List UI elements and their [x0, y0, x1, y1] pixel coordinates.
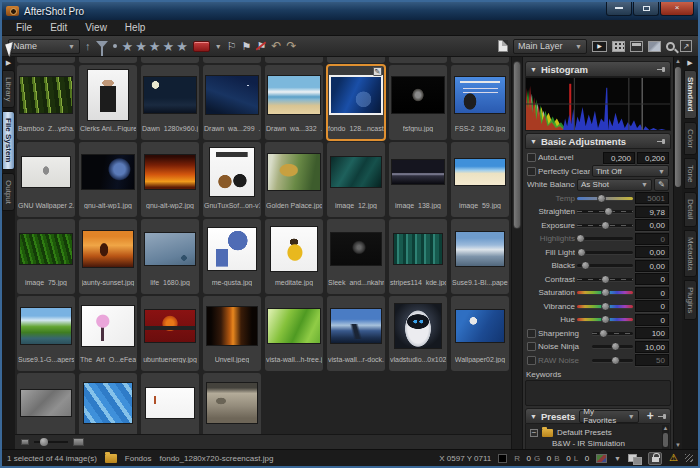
thumbnail-image[interactable]: [207, 383, 257, 423]
vibrance-slider[interactable]: [577, 305, 633, 308]
straighten-value[interactable]: 9,78: [635, 206, 669, 218]
exposure-slider[interactable]: [577, 224, 633, 227]
thumbnail-cell[interactable]: vista-wall...r-dock.jpg: [327, 296, 385, 371]
thumbnail-cell[interactable]: FSS-2_1280.jpg: [451, 65, 509, 140]
thumbnail-cell[interactable]: [203, 373, 261, 434]
large-thumbnail-icon[interactable]: [73, 438, 84, 446]
grid-scrollbar-thumb[interactable]: [513, 61, 521, 229]
view-preview-icon[interactable]: [648, 41, 661, 52]
thumbnail-cell[interactable]: me-gusta.jpg: [203, 219, 261, 294]
thumbnail-cell[interactable]: Suse9.1-G...apers.jpg: [17, 296, 75, 371]
slider-thumb[interactable]: [601, 315, 610, 324]
sharpening-slider[interactable]: [592, 332, 633, 335]
preset-folder-row[interactable]: − Default Presets: [530, 427, 668, 438]
thumbnail-cell[interactable]: Bamboo_Z...ysha.jpg: [17, 65, 75, 140]
close-button[interactable]: ×: [660, 2, 694, 16]
thumbnail-image[interactable]: [392, 77, 444, 113]
thumbnail-cell[interactable]: GNU Wallpaper 2.jpg: [17, 142, 75, 217]
basic-adjustments-header[interactable]: ▼ Basic Adjustments: [525, 133, 671, 149]
star-icon[interactable]: ★: [176, 39, 188, 54]
view-combo-icon[interactable]: [630, 41, 643, 52]
resize-grip[interactable]: [685, 454, 693, 462]
thumbnail-cell[interactable]: Unveil.jpeg: [203, 296, 261, 371]
menu-file[interactable]: File: [8, 22, 40, 33]
presets-filter-select[interactable]: My Favorites ▼: [579, 410, 638, 423]
clear-rating-icon[interactable]: [113, 44, 117, 48]
slider-thumb[interactable]: [581, 261, 590, 270]
thumbnail-image[interactable]: [88, 70, 128, 120]
menu-edit[interactable]: Edit: [42, 22, 75, 33]
exposure-value[interactable]: 0,00: [635, 219, 669, 231]
raw-noise-checkbox[interactable]: [527, 356, 536, 365]
fill-light-slider[interactable]: [577, 251, 633, 254]
hue-value[interactable]: 0: [635, 314, 669, 326]
star-icon[interactable]: ★: [162, 39, 174, 54]
view-thumbnails-icon[interactable]: [612, 41, 625, 52]
blacks-value[interactable]: 0,00: [635, 260, 669, 272]
straighten-slider[interactable]: [577, 210, 633, 213]
scroll-up-icon[interactable]: ▲: [662, 425, 669, 432]
thumbnail-image[interactable]: [144, 77, 196, 113]
thumbnail-image[interactable]: [394, 234, 442, 264]
slider-thumb[interactable]: [601, 288, 610, 297]
dual-monitor-icon[interactable]: [628, 454, 641, 463]
tab-library[interactable]: Library: [2, 70, 15, 108]
thumbnail-image[interactable]: [22, 157, 70, 187]
star-rating[interactable]: ★★★★★: [122, 39, 188, 54]
sharpening-value[interactable]: 100: [635, 327, 669, 339]
tab-metadata[interactable]: Metadata: [684, 230, 697, 277]
thumbnail-cell[interactable]: [79, 373, 137, 434]
thumbnail-image[interactable]: [331, 309, 381, 343]
slider-thumb[interactable]: [604, 207, 613, 216]
color-label-swatch[interactable]: [193, 41, 210, 52]
thumbnail-cell[interactable]: [17, 373, 75, 434]
keywords-input[interactable]: [525, 380, 671, 406]
highlights-slider[interactable]: [577, 237, 633, 240]
thumbnail-cell[interactable]: ubuntuenergy.jpg: [141, 296, 199, 371]
histogram-header[interactable]: ▼ Histogram: [525, 61, 671, 77]
thumbnail-size-slider-thumb[interactable]: [40, 438, 48, 446]
rotate-right-icon[interactable]: ↷: [286, 39, 296, 54]
tab-file-system[interactable]: File System: [2, 111, 15, 169]
noise-ninja-checkbox[interactable]: [527, 342, 536, 351]
collapse-arrow-icon[interactable]: ▼: [530, 138, 537, 145]
warning-icon[interactable]: ⚠: [669, 451, 678, 465]
presets-header[interactable]: ▼ Presets My Favorites ▼ +: [525, 408, 671, 424]
maximize-button[interactable]: [633, 2, 659, 16]
thumbnail-cell[interactable]: jaunty-sunset.jpg: [79, 219, 137, 294]
highlights-value[interactable]: 0: [635, 233, 669, 245]
thumbnail-image[interactable]: [145, 233, 195, 265]
thumbnail-image[interactable]: [331, 157, 381, 187]
collapse-left-panel-icon[interactable]: ▶: [6, 59, 11, 67]
white-balance-dropper-button[interactable]: ✎: [654, 178, 669, 191]
noise-ninja-value[interactable]: 10,00: [635, 341, 669, 353]
lock-button[interactable]: [648, 452, 662, 465]
thumbnail-image[interactable]: [268, 76, 320, 114]
hue-slider[interactable]: [577, 318, 633, 321]
thumbnail-cell[interactable]: The_Art_O...eFear.jpg: [79, 296, 137, 371]
menu-help[interactable]: Help: [117, 22, 154, 33]
thumbnail-image[interactable]: [20, 77, 72, 113]
preset-item[interactable]: B&W - IR Simulation: [530, 438, 668, 449]
tab-color[interactable]: Color: [684, 122, 697, 155]
slideshow-icon[interactable]: ▶: [592, 41, 607, 52]
thumbnail-image[interactable]: [207, 307, 257, 345]
filter-icon[interactable]: [96, 41, 108, 48]
thumbnail-cell[interactable]: Sleek_and...nkahn.jpg: [327, 219, 385, 294]
thumbnail-image[interactable]: [271, 227, 317, 271]
rotate-left-icon[interactable]: ↶: [271, 39, 281, 54]
star-icon[interactable]: ★: [149, 39, 161, 54]
thumbnail-image[interactable]: [392, 160, 444, 184]
thumbnail-cell[interactable]: Dawn_1280x960.jpg: [141, 65, 199, 140]
thumbnail-image[interactable]: [146, 388, 194, 418]
slider-thumb[interactable]: [601, 302, 610, 311]
thumbnail-image[interactable]: [145, 155, 195, 189]
thumbnail-image[interactable]: [20, 234, 72, 264]
raw-noise-value[interactable]: 50: [635, 354, 669, 366]
thumbnail-cell[interactable]: Golden Palace.jpg: [265, 142, 323, 217]
scroll-down-icon[interactable]: ▼: [674, 441, 682, 449]
temp-slider[interactable]: [577, 197, 633, 200]
tab-detail[interactable]: Detail: [684, 192, 697, 226]
pin-icon[interactable]: [657, 66, 666, 73]
presets-scrollbar-thumb[interactable]: [663, 433, 668, 447]
